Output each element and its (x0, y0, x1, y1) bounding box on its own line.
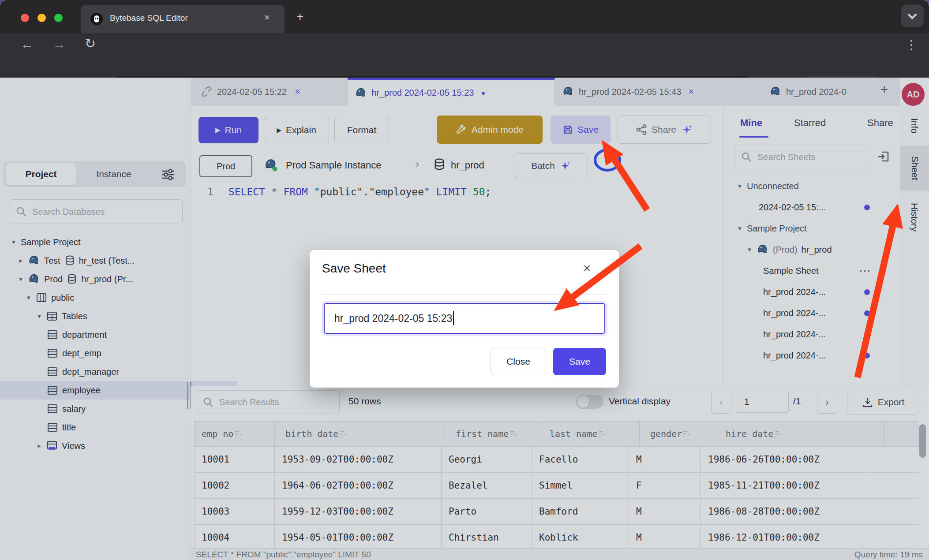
save-sheet-dialog: Save Sheet × hr_prod 2024-02-05 15:23 Cl… (310, 250, 619, 388)
reload-icon[interactable]: ↻ (85, 36, 96, 51)
browser-tabstrip: Bytebase SQL Editor × + (0, 0, 929, 33)
tab-search-button[interactable] (901, 4, 924, 27)
browser-tab-title: Bytebase SQL Editor (110, 13, 188, 23)
new-browser-tab-button[interactable]: + (296, 10, 303, 24)
dialog-divider (322, 294, 607, 295)
chevron-down-icon (901, 4, 924, 27)
traffic-minimize-button[interactable] (37, 14, 46, 22)
browser-tab[interactable]: Bytebase SQL Editor × (81, 5, 285, 33)
bytebase-favicon (90, 13, 103, 25)
back-icon[interactable]: ← (20, 37, 34, 52)
sheet-name-value: hr_prod 2024-02-05 15:23 (334, 313, 452, 325)
dialog-title: Save Sheet (322, 261, 386, 276)
browser-menu-icon[interactable]: ⋮ (905, 37, 918, 52)
text-cursor (453, 311, 454, 325)
traffic-zoom-button[interactable] (54, 14, 63, 22)
forward-icon[interactable]: → (52, 37, 66, 52)
dialog-close-icon[interactable]: × (583, 261, 591, 276)
browser-navbar: ← → ↻ ⓘ localhost:8080/sql-editor/prod-s… (0, 33, 929, 78)
sheet-name-input[interactable]: hr_prod 2024-02-05 15:23 (324, 303, 605, 334)
browser-tab-close-icon[interactable]: × (264, 12, 270, 23)
browser-window: Bytebase SQL Editor × + ← → ↻ ⓘ localhos… (0, 0, 929, 560)
dialog-close-button[interactable]: Close (491, 348, 546, 375)
traffic-close-button[interactable] (21, 14, 29, 22)
dialog-save-button[interactable]: Save (553, 348, 606, 375)
